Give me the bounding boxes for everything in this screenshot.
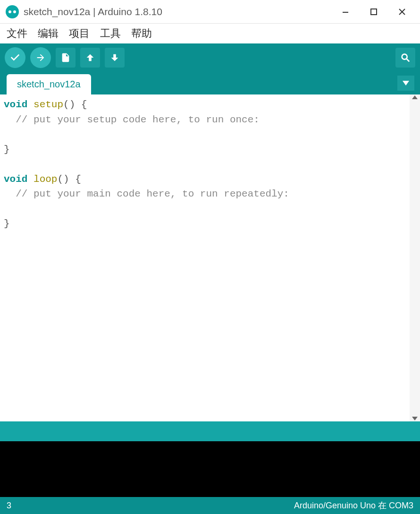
scroll-up-icon[interactable] [412, 95, 418, 99]
tab-sketch[interactable]: sketch_nov12a [7, 74, 91, 94]
svg-rect-0 [343, 12, 348, 13]
arduino-app-icon [6, 5, 19, 18]
window-controls [331, 2, 416, 21]
serial-monitor-button[interactable] [395, 48, 415, 68]
svg-line-5 [407, 59, 410, 62]
svg-rect-1 [371, 9, 377, 15]
new-button[interactable] [56, 48, 76, 68]
tab-menu-button[interactable] [397, 76, 414, 91]
svg-point-4 [402, 54, 407, 60]
open-button[interactable] [80, 48, 100, 68]
status-message-bar [0, 421, 420, 441]
menu-sketch[interactable]: 项目 [66, 25, 92, 43]
code-editor[interactable]: void setup() { // put your setup code he… [0, 94, 420, 421]
window-title: sketch_nov12a | Arduino 1.8.10 [24, 6, 331, 17]
maximize-button[interactable] [360, 2, 388, 21]
menu-tools[interactable]: 工具 [97, 25, 124, 43]
minimize-button[interactable] [331, 2, 360, 21]
tab-bar: sketch_nov12a [0, 72, 420, 94]
window-titlebar: sketch_nov12a | Arduino 1.8.10 [0, 0, 420, 24]
verify-button[interactable] [5, 47, 25, 68]
line-number: 3 [7, 501, 11, 511]
close-button[interactable] [388, 2, 416, 21]
vertical-scrollbar[interactable] [410, 94, 420, 421]
output-console[interactable] [0, 441, 420, 497]
upload-button[interactable] [30, 47, 51, 68]
board-port-status: Arduino/Genuino Uno 在 COM3 [294, 500, 413, 511]
toolbar [0, 43, 420, 72]
save-button[interactable] [105, 48, 125, 68]
menu-help[interactable]: 帮助 [128, 25, 155, 43]
footer-bar: 3 Arduino/Genuino Uno 在 COM3 [0, 497, 420, 514]
menu-bar: 文件 编辑 项目 工具 帮助 [0, 24, 420, 43]
scroll-down-icon[interactable] [412, 417, 418, 420]
menu-file[interactable]: 文件 [4, 25, 30, 43]
menu-edit[interactable]: 编辑 [35, 25, 61, 43]
editor-container: void setup() { // put your setup code he… [0, 94, 420, 421]
